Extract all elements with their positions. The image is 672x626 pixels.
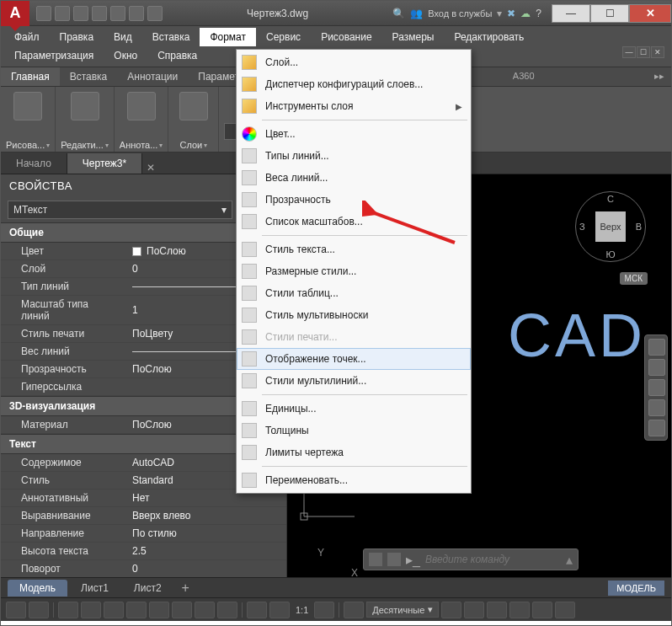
transparency-toggle-icon[interactable]: [217, 602, 237, 618]
menu-item--[interactable]: Стиль мультивыноски: [237, 304, 471, 326]
menu-item--[interactable]: Веса линий...: [237, 167, 471, 189]
search-icon[interactable]: 🔍: [392, 8, 405, 19]
annomonitor-icon[interactable]: [269, 602, 290, 618]
command-line[interactable]: ▸_ ▴: [363, 548, 579, 570]
command-history-icon[interactable]: [369, 553, 382, 566]
menu-item--[interactable]: Единицы...: [237, 398, 471, 420]
3dosnap-toggle-icon[interactable]: [126, 602, 147, 618]
viewcube-south[interactable]: Ю: [605, 249, 615, 259]
layout-tab[interactable]: Модель: [8, 580, 67, 597]
menu-item--[interactable]: Стили таблиц...: [237, 282, 471, 304]
qat-undo-icon[interactable]: [129, 6, 144, 21]
doc-tab[interactable]: Начало: [1, 153, 67, 174]
customize-status-icon[interactable]: [555, 602, 575, 618]
hardware-accel-icon[interactable]: [509, 602, 530, 618]
viewcube-west[interactable]: З: [579, 222, 585, 232]
quickprops-icon[interactable]: [441, 602, 461, 618]
nav-pan-icon[interactable]: [648, 359, 665, 376]
cycling-icon[interactable]: [247, 602, 267, 618]
close-button[interactable]: [629, 4, 671, 23]
mdi-minimize-button[interactable]: —: [622, 46, 636, 58]
snap-toggle-icon[interactable]: [29, 602, 49, 618]
ribbon-panel-label[interactable]: Рисова...: [6, 140, 50, 150]
viewcube-north[interactable]: С: [607, 194, 614, 204]
viewcube-top-face[interactable]: Верх: [595, 211, 626, 242]
menu-item--[interactable]: Стили печати...: [237, 326, 471, 348]
menu-item--[interactable]: Диспетчер конфигураций слоев...: [237, 73, 471, 95]
ribbon-panel-label[interactable]: Редакти...: [61, 140, 109, 150]
ribbon-panel-label[interactable]: Аннота...: [120, 140, 163, 150]
menu-сервис[interactable]: Сервис: [256, 28, 311, 46]
ribbon-tab-аннотации[interactable]: Аннотации: [117, 67, 188, 86]
property-row[interactable]: Высота текста2.5: [1, 543, 286, 560]
signin-link[interactable]: Вход в службы: [428, 8, 492, 19]
add-layout-button[interactable]: +: [175, 581, 196, 596]
menu-item--[interactable]: Инструменты слоя▶: [237, 95, 471, 117]
property-row[interactable]: НаправлениеПо стилю: [1, 525, 286, 543]
doc-tab-close-icon[interactable]: ✕: [142, 162, 159, 174]
menu-окно[interactable]: Окно: [104, 46, 147, 65]
mdi-close-button[interactable]: ✕: [651, 46, 664, 58]
property-value[interactable]: 2.5: [127, 543, 286, 559]
property-row[interactable]: Поворот0: [1, 560, 286, 577]
layout-tab[interactable]: Лист2: [122, 580, 173, 597]
menu-справка[interactable]: Справка: [147, 46, 207, 65]
minimize-button[interactable]: [552, 4, 590, 23]
drawing-text-object[interactable]: CAD: [508, 301, 646, 370]
menu-item--[interactable]: Цвет...: [237, 123, 471, 145]
doc-tab[interactable]: Чертеж3*: [67, 153, 142, 174]
menu-формат[interactable]: Формат: [200, 28, 256, 46]
ribbon-tab-главная[interactable]: Главная: [1, 67, 60, 86]
property-value[interactable]: Вверх влево: [127, 507, 286, 524]
menu-item--[interactable]: Переименовать...: [237, 469, 471, 491]
ribbon-panel-label[interactable]: Слои: [180, 140, 208, 150]
nav-zoom-icon[interactable]: [648, 379, 665, 396]
wcs-badge[interactable]: МСК: [620, 272, 648, 285]
menu-item--[interactable]: Лимиты чертежа: [237, 441, 471, 463]
qat-redo-icon[interactable]: [147, 6, 163, 21]
ribbon-panel-icon[interactable]: [13, 92, 42, 120]
viewcube[interactable]: С Ю В З Верх: [575, 191, 646, 262]
lock-ui-icon[interactable]: [464, 602, 484, 618]
ribbon-tab-extra[interactable]: A360: [506, 67, 541, 86]
ribbon-panel-icon[interactable]: [71, 92, 99, 120]
modelspace-toggle[interactable]: МОДЕЛЬ: [608, 581, 664, 596]
otrack-toggle-icon[interactable]: [149, 602, 169, 618]
menu-item--[interactable]: Отображение точек...: [237, 348, 471, 370]
property-value[interactable]: 0: [127, 560, 286, 577]
ribbon-panel-icon[interactable]: [127, 92, 156, 120]
viewcube-east[interactable]: В: [636, 222, 642, 232]
ribbon-panel-icon[interactable]: [179, 92, 208, 120]
exchange-icon[interactable]: ✖: [507, 8, 515, 19]
menu-item--[interactable]: Слой...: [237, 51, 471, 73]
ortho-toggle-icon[interactable]: [58, 602, 78, 618]
nav-orbit-icon[interactable]: [648, 399, 665, 416]
workspace-icon[interactable]: [344, 602, 364, 618]
menu-item--[interactable]: Стиль текста...: [237, 238, 471, 260]
ribbon-tab-вставка[interactable]: Вставка: [60, 67, 118, 86]
isolate-icon[interactable]: [487, 602, 507, 618]
menu-item--[interactable]: Толщины: [237, 420, 471, 441]
nav-showmotion-icon[interactable]: [648, 420, 665, 436]
qat-new-icon[interactable]: [36, 6, 51, 21]
qat-save-icon[interactable]: [73, 6, 88, 21]
menu-вставка[interactable]: Вставка: [142, 28, 200, 46]
lineweight-toggle-icon[interactable]: [195, 602, 215, 618]
app-menu-button[interactable]: A: [1, 1, 29, 26]
clean-screen-icon[interactable]: [532, 602, 552, 618]
menu-вид[interactable]: Вид: [104, 28, 142, 46]
osnap-toggle-icon[interactable]: [104, 602, 124, 618]
people-icon[interactable]: 👥: [410, 8, 423, 19]
command-input[interactable]: [425, 554, 561, 565]
grid-toggle-icon[interactable]: [6, 602, 26, 618]
mdi-restore-button[interactable]: ☐: [637, 46, 650, 58]
scale-label[interactable]: 1:1: [292, 605, 312, 615]
dyn-input-icon[interactable]: [172, 602, 192, 618]
menu-редактировать[interactable]: Редактировать: [444, 28, 534, 46]
menu-item--[interactable]: Размерные стили...: [237, 260, 471, 282]
property-value[interactable]: По стилю: [127, 525, 286, 542]
ribbon-tab-extra[interactable]: ▸▸: [648, 67, 671, 86]
annoscale-icon[interactable]: [314, 602, 334, 618]
menu-правка[interactable]: Правка: [50, 28, 104, 46]
menu-item--[interactable]: Типы линий...: [237, 145, 471, 167]
